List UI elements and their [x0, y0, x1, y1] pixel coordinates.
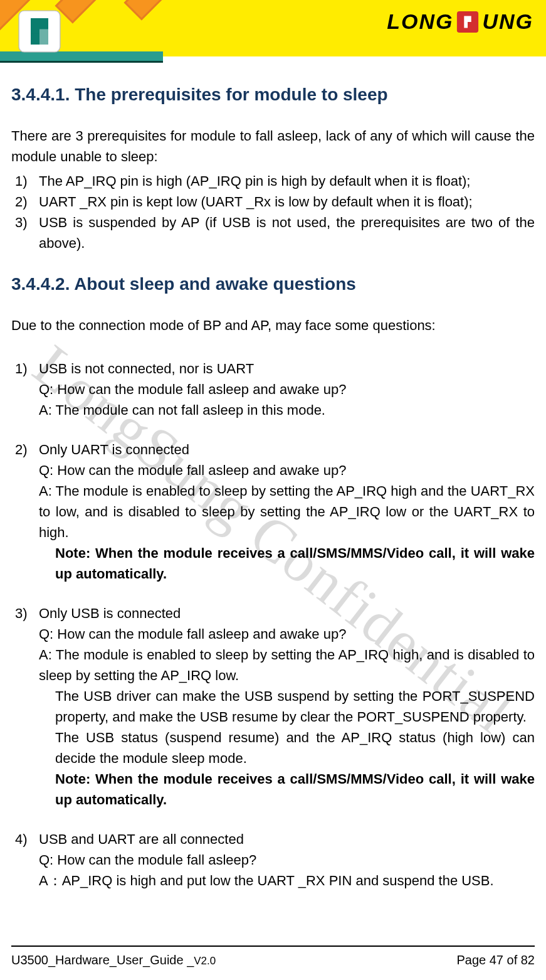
list-title: Only USB is connected	[39, 605, 181, 621]
list-num: 2)	[15, 439, 28, 460]
qa-answer: A: The module can not fall asleep in thi…	[11, 400, 535, 420]
qa-question: Q: How can the module fall asleep?	[11, 850, 535, 870]
qa-answer: A: The module is enabled to sleep by set…	[11, 481, 535, 543]
qa-note: Note: When the module receives a call/SM…	[11, 543, 535, 584]
section-heading-1: 3.4.4.1. The prerequisites for module to…	[11, 82, 535, 108]
qa-answer: A：AP_IRQ is high and put low the UART _R…	[11, 870, 535, 891]
footer-doc-id: U3500_Hardware_User_Guide _V2.0	[11, 953, 216, 967]
list-item: 3)Only USB is connected	[11, 603, 535, 624]
list-item: 2)Only UART is connected	[11, 439, 535, 460]
list-title: Only UART is connected	[39, 442, 189, 457]
list-item: 1)The AP_IRQ pin is high (AP_IRQ pin is …	[11, 171, 535, 191]
page-content: 3.4.4.1. The prerequisites for module to…	[0, 63, 546, 891]
list-text: USB is suspended by AP (if USB is not us…	[39, 215, 535, 251]
company-wordmark: LONG UNG	[387, 9, 533, 34]
list-num: 1)	[15, 171, 28, 191]
qa-answer-cont: The USB status (suspend resume) and the …	[11, 727, 535, 769]
list-item: 4)USB and UART are all connected	[11, 829, 535, 850]
list-item: 1)USB is not connected, nor is UART	[11, 358, 535, 379]
brand-text-left: LONG	[387, 9, 453, 34]
list-title: USB and UART are all connected	[39, 831, 244, 847]
qa-note: Note: When the module receives a call/SM…	[11, 769, 535, 810]
list-text: The AP_IRQ pin is high (AP_IRQ pin is hi…	[39, 173, 470, 189]
list-num: 3)	[15, 603, 28, 624]
list-num: 1)	[15, 358, 28, 379]
footer-version: V2.0	[194, 955, 216, 967]
list-item: 3)USB is suspended by AP (if USB is not …	[11, 212, 535, 253]
qa-question: Q: How can the module fall asleep and aw…	[11, 460, 535, 481]
list-item: 2)UART _RX pin is kept low (UART _Rx is …	[11, 191, 535, 212]
brand-text-right: UNG	[482, 9, 533, 34]
brand-mid-icon	[456, 10, 480, 34]
qa-answer: A: The module is enabled to sleep by set…	[11, 644, 535, 686]
qa-question: Q: How can the module fall asleep and aw…	[11, 624, 535, 644]
qa-answer-cont: The USB driver can make the USB suspend …	[11, 686, 535, 727]
section1-intro: There are 3 prerequisites for module to …	[11, 125, 535, 167]
list-text: UART _RX pin is kept low (UART _Rx is lo…	[39, 194, 473, 210]
section2-intro: Due to the connection mode of BP and AP,…	[11, 315, 535, 336]
page-header: LONG UNG	[0, 0, 546, 63]
footer-doc-name: U3500_Hardware_User_Guide _	[11, 953, 194, 967]
section-heading-2: 3.4.4.2. About sleep and awake questions	[11, 271, 535, 297]
company-logo-icon	[18, 9, 61, 53]
page-footer: U3500_Hardware_User_Guide _V2.0 Page 47 …	[11, 945, 535, 967]
list-num: 2)	[15, 191, 28, 212]
footer-page-number: Page 47 of 82	[456, 953, 535, 967]
qa-question: Q: How can the module fall asleep and aw…	[11, 379, 535, 400]
list-title: USB is not connected, nor is UART	[39, 361, 254, 376]
list-num: 4)	[15, 829, 28, 850]
list-num: 3)	[15, 212, 28, 233]
